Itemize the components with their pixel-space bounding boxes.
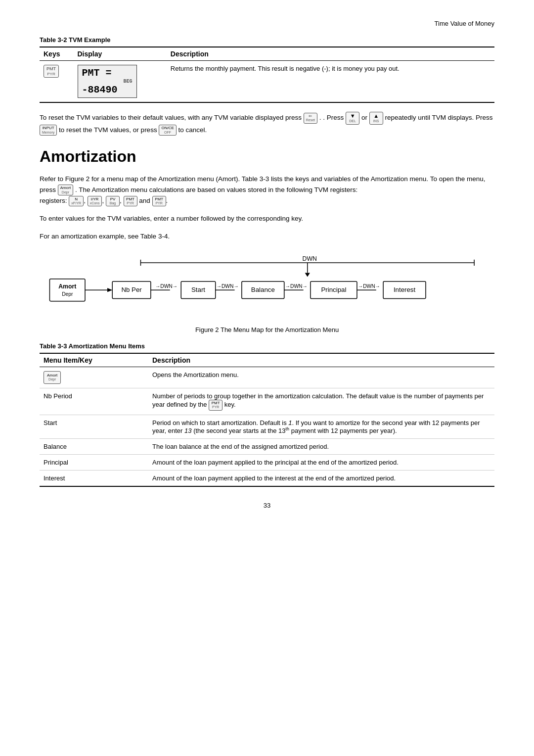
menu-desc-cell: Period on which to start amortization. D… — [148, 415, 494, 438]
display-sub: BEG — [82, 79, 133, 84]
key-cell: PMT PYR — [40, 61, 74, 103]
col-menu-item: Menu Item/Key — [40, 353, 148, 367]
figure-caption: Figure 2 The Menu Map for the Amortizati… — [40, 326, 494, 333]
para1-or: or — [361, 114, 367, 121]
pmt-key3[interactable]: PMT PYR — [152, 196, 166, 207]
pmt-key[interactable]: PMT PYR — [44, 65, 59, 78]
svg-text:→DWN→: →DWN→ — [217, 284, 239, 289]
svg-text:Amort: Amort — [58, 283, 76, 290]
amort-para2: To enter values for the TVM variables, e… — [40, 213, 494, 224]
table-row: Interest Amount of the loan payment appl… — [40, 470, 494, 486]
para1-end2: to reset the TVM values, or press — [59, 126, 157, 134]
col-keys: Keys — [40, 47, 74, 61]
para1-press: . Press — [323, 114, 344, 121]
svg-text:→DWN→: →DWN→ — [285, 284, 308, 289]
svg-marker-4 — [305, 273, 310, 277]
col-desc: Description — [148, 353, 494, 367]
reset-paragraph: To reset the TVM variables to their defa… — [40, 112, 494, 136]
display-top: PMT = — [82, 67, 112, 79]
display-value: PMT = BEG -88490 — [78, 65, 137, 98]
table-row: PMT PYR PMT = BEG -88490 Returns the mon… — [40, 61, 494, 103]
menu-desc-cell: Amount of the loan payment applied to th… — [148, 470, 494, 486]
svg-marker-10 — [107, 288, 112, 292]
table-row: Balance The loan balance at the end of t… — [40, 438, 494, 454]
table3-title: Table 3-3 Amortization Menu Items — [40, 342, 494, 350]
svg-text:→DWN→: →DWN→ — [358, 284, 380, 289]
pv-key[interactable]: PV Bag — [106, 196, 120, 207]
table2-title: Table 3-2 TVM Example — [40, 36, 494, 44]
menu-key-cell: Principal — [40, 454, 148, 470]
table3-label: Table 3-3 — [40, 342, 67, 350]
flowchart: DWN Amort Depr Nb Per →DWN→ Start →DWN→ … — [40, 252, 494, 321]
table-row: Principal Amount of the loan payment app… — [40, 454, 494, 470]
table2-label: Table 3-2 — [40, 36, 67, 44]
menu-desc-cell: Number of periods to group together in t… — [148, 388, 494, 415]
amort-key-inline[interactable]: Amort Depr — [58, 185, 73, 195]
amortization-title: Amortization — [40, 147, 494, 166]
menu-key-cell: Balance — [40, 438, 148, 454]
n-key[interactable]: N xP/YR — [69, 196, 84, 207]
menu-desc-cell: The loan balance at the end of the assig… — [148, 438, 494, 454]
para1-end: repeatedly until TVM displays. Press — [385, 114, 492, 121]
nb-period-desc: Number of periods to group together in t… — [152, 392, 484, 408]
amort-para1-mid: . The Amortization menu calculations are… — [75, 186, 357, 193]
col-display: Display — [74, 47, 167, 61]
svg-text:Balance: Balance — [251, 286, 275, 293]
table2-name: TVM Example — [69, 36, 111, 44]
svg-text:Depr: Depr — [62, 291, 73, 297]
nb-period-end: key. — [224, 401, 236, 408]
display-bottom: -88490 — [82, 84, 118, 95]
menu-key-cell: Interest — [40, 470, 148, 486]
amort-para1-and: and — [139, 197, 150, 204]
svg-text:→DWN→: →DWN→ — [155, 284, 178, 289]
display-cell: PMT = BEG -88490 — [74, 61, 167, 103]
amort-key-table[interactable]: Amort Depr — [44, 371, 61, 384]
para1-text: To reset the TVM variables to their defa… — [40, 114, 302, 121]
table3: Menu Item/Key Description Amort Depr Ope… — [40, 353, 494, 487]
input-key[interactable]: INPUT Memory — [40, 125, 57, 136]
amort-para3: For an amortization example, see Table 3… — [40, 231, 494, 242]
table-row: Amort Depr Opens the Amortization menu. — [40, 367, 494, 388]
menu-key-cell: Start — [40, 415, 148, 438]
amort-para1: Refer to Figure 2 for a menu map of the … — [40, 174, 494, 206]
menu-desc-cell: Opens the Amortization menu. — [148, 367, 494, 388]
col-description: Description — [167, 47, 494, 61]
menu-key-cell: Amort Depr — [40, 367, 148, 388]
table2: Keys Display Description PMT PYR PMT = B… — [40, 47, 494, 103]
description-cell: Returns the monthly payment. This result… — [167, 61, 494, 103]
up-key[interactable]: ▲ INS — [369, 112, 383, 125]
menu-key-cell: Nb Period — [40, 388, 148, 415]
flowchart-svg: DWN Amort Depr Nb Per →DWN→ Start →DWN→ … — [40, 252, 494, 321]
table3-name: Amortization Menu Items — [69, 342, 145, 350]
table-row: Nb Period Number of periods to group tog… — [40, 388, 494, 415]
pmt-key2[interactable]: PMT PYR — [124, 196, 137, 207]
page-header: Time Value of Money — [40, 20, 494, 27]
svg-text:Nb Per: Nb Per — [121, 286, 142, 293]
table-row: Start Period on which to start amortizat… — [40, 415, 494, 438]
reset-key[interactable]: ⇦ Reset — [304, 113, 317, 124]
header-title: Time Value of Money — [435, 20, 494, 27]
svg-text:Interest: Interest — [394, 286, 416, 293]
svg-text:Start: Start — [191, 286, 205, 293]
svg-rect-6 — [49, 279, 85, 301]
down-key[interactable]: ▼ DEL — [346, 112, 359, 125]
menu-desc-cell: Amount of the loan payment applied to th… — [148, 454, 494, 470]
para1-cancel: to cancel. — [178, 126, 207, 134]
page-number: 33 — [40, 502, 494, 509]
svg-text:Principal: Principal — [321, 286, 346, 293]
iyr-key[interactable]: I/YR xCons — [88, 196, 102, 207]
pmt-key-table[interactable]: PMT PYR — [209, 400, 222, 411]
svg-text:DWN: DWN — [303, 255, 317, 262]
onoff-key[interactable]: ON/CE OFF — [159, 125, 176, 136]
